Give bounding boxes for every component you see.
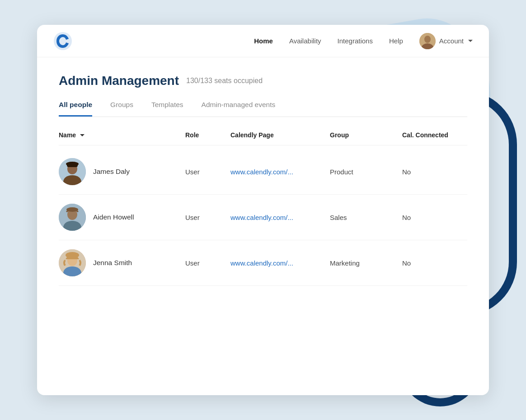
nav-links: Home Availability Integrations Help	[254, 37, 403, 45]
col-group: Group	[330, 131, 402, 139]
tab-admin-managed-events[interactable]: Admin-managed events	[202, 101, 276, 117]
tab-all-people[interactable]: All people	[59, 101, 92, 117]
sort-icon	[79, 131, 86, 139]
col-name[interactable]: Name	[59, 131, 185, 139]
account-menu[interactable]: Account	[419, 33, 473, 49]
role-cell: User	[185, 259, 230, 267]
calendly-page-link[interactable]: www.calendly.com/...	[230, 259, 330, 267]
logo[interactable]	[53, 32, 72, 51]
cal-connected-cell: No	[402, 168, 474, 176]
page-content: Admin Management 130/133 seats occupied …	[37, 57, 489, 304]
cal-connected-cell: No	[402, 214, 474, 221]
col-cal-connected: Cal. Connected	[402, 131, 474, 139]
table-row: Jenna Smith User www.calendly.com/... Ma…	[59, 240, 467, 286]
navigation: Home Availability Integrations Help Acco…	[37, 25, 489, 57]
calendly-page-link[interactable]: www.calendly.com/...	[230, 214, 330, 221]
user-cell: James Daly	[59, 158, 185, 185]
calendly-page-link[interactable]: www.calendly.com/...	[230, 168, 330, 176]
user-cell: Jenna Smith	[59, 249, 185, 276]
account-label: Account	[439, 37, 464, 45]
role-cell: User	[185, 214, 230, 221]
page-header: Admin Management 130/133 seats occupied	[59, 74, 467, 88]
seats-info: 130/133 seats occupied	[186, 77, 263, 85]
cal-connected-cell: No	[402, 259, 474, 267]
tab-templates[interactable]: Templates	[151, 101, 183, 117]
svg-point-8	[66, 162, 79, 166]
nav-help[interactable]: Help	[389, 37, 403, 45]
svg-point-2	[424, 36, 431, 43]
user-name: James Daly	[93, 168, 130, 176]
col-calendly-page: Calendly Page	[230, 131, 330, 139]
user-name: Aiden Howell	[93, 213, 134, 221]
page-title: Admin Management	[59, 74, 179, 88]
chevron-down-icon	[468, 40, 473, 42]
role-cell: User	[185, 168, 230, 176]
col-role: Role	[185, 131, 230, 139]
tab-groups[interactable]: Groups	[110, 101, 133, 117]
main-card: Home Availability Integrations Help Acco…	[37, 25, 489, 395]
user-name: Jenna Smith	[93, 259, 132, 267]
user-cell: Aiden Howell	[59, 204, 185, 231]
nav-integrations[interactable]: Integrations	[338, 37, 373, 45]
group-cell: Sales	[330, 214, 402, 221]
avatar	[59, 249, 86, 276]
group-cell: Product	[330, 168, 402, 176]
avatar	[59, 158, 86, 185]
nav-availability[interactable]: Availability	[289, 37, 321, 45]
table-header: Name Role Calendly Page Group Cal. Conne…	[59, 131, 467, 145]
group-cell: Marketing	[330, 259, 402, 267]
table-row: Aiden Howell User www.calendly.com/... S…	[59, 195, 467, 240]
account-avatar	[419, 33, 436, 49]
tabs-bar: All people Groups Templates Admin-manage…	[59, 101, 467, 117]
nav-home[interactable]: Home	[254, 37, 273, 45]
avatar	[59, 204, 86, 231]
table-row: James Daly User www.calendly.com/... Pro…	[59, 149, 467, 195]
